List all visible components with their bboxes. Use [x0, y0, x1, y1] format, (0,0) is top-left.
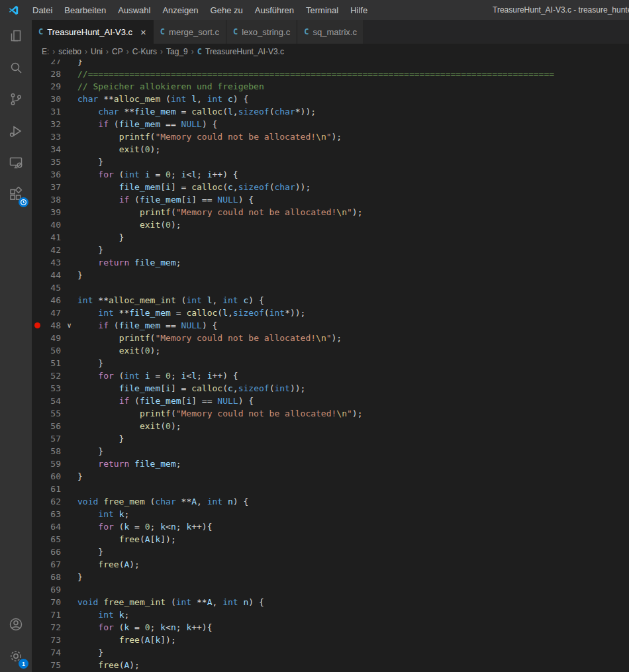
code-line-65[interactable]: 65 free(A[k]); — [32, 533, 629, 546]
code-line-38[interactable]: 38 if (file_mem[i] == NULL) { — [32, 193, 629, 206]
tab-merge-sort-c[interactable]: Cmerge_sort.c — [154, 20, 226, 44]
code-line-71[interactable]: 71 int k; — [32, 608, 629, 621]
code-editor[interactable]: 27}28//=================================… — [32, 60, 629, 672]
code-line-30[interactable]: 30char **alloc_mem (int l, int c) { — [32, 93, 629, 105]
code-line-34[interactable]: 34 exit(0); — [32, 143, 629, 156]
code-line-67[interactable]: 67 free(A); — [32, 558, 629, 571]
chevron-right-icon: › — [126, 47, 129, 56]
line-number: 58 — [42, 446, 61, 456]
code-line-48[interactable]: 48∨ if (file_mem == NULL) { — [32, 319, 629, 332]
line-number: 52 — [42, 371, 61, 381]
tab-label: lexo_string.c — [242, 27, 290, 37]
code-line-46[interactable]: 46int **alloc_mem_int (int l, int c) { — [32, 294, 629, 307]
code-line-39[interactable]: 39 printf("Memory could not be allocated… — [32, 206, 629, 218]
chevron-right-icon: › — [85, 47, 87, 56]
code-text: exit(0); — [77, 220, 181, 230]
tab-lexo-string-c[interactable]: Clexo_string.c — [226, 20, 297, 44]
code-line-70[interactable]: 70void free_mem_int (int **A, int n) { — [32, 596, 629, 608]
code-line-33[interactable]: 33 printf("Memory could not be allocated… — [32, 130, 629, 143]
gutter-breakpoint-area[interactable] — [32, 322, 42, 328]
code-line-44[interactable]: 44} — [32, 269, 629, 281]
code-line-64[interactable]: 64 for (k = 0; k<n; k++){ — [32, 520, 629, 533]
breadcrumb-item-uni[interactable]: Uni — [91, 47, 103, 56]
code-text: for (int i = 0; i<l; i++) { — [77, 169, 238, 179]
remote-explorer-icon[interactable] — [0, 147, 32, 179]
line-number: 28 — [42, 69, 61, 79]
menu-bearbeiten[interactable]: Bearbeiten — [58, 0, 112, 20]
menu-auswahl[interactable]: Auswahl — [112, 0, 156, 20]
code-line-69[interactable]: 69 — [32, 583, 629, 596]
breadcrumb-item-tag-9[interactable]: Tag_9 — [166, 47, 188, 56]
breadcrumb-item-c-kurs[interactable]: C-Kurs — [132, 47, 157, 56]
main-area: 1 CTreasureHunt_AI-V3.c×Cmerge_sort.cCle… — [0, 20, 629, 672]
code-line-52[interactable]: 52 for (int i = 0; i<l; i++) { — [32, 369, 629, 382]
code-line-73[interactable]: 73 free(A[k]); — [32, 634, 629, 646]
explorer-icon[interactable] — [0, 20, 32, 52]
breadcrumb-item-cp[interactable]: CP — [112, 47, 123, 56]
code-line-45[interactable]: 45 — [32, 281, 629, 294]
code-text: free(A[k]); — [77, 534, 176, 544]
tab-label: merge_sort.c — [169, 27, 219, 37]
code-line-28[interactable]: 28//====================================… — [32, 68, 629, 80]
line-number: 50 — [42, 346, 61, 356]
code-line-35[interactable]: 35 } — [32, 156, 629, 168]
tab-treasurehunt-ai-v3-c[interactable]: CTreasureHunt_AI-V3.c× — [32, 20, 154, 44]
code-line-27[interactable]: 27} — [32, 60, 629, 68]
code-line-63[interactable]: 63 int k; — [32, 508, 629, 520]
code-text: free(A[k]); — [77, 635, 176, 645]
code-line-43[interactable]: 43 return file_mem; — [32, 256, 629, 269]
code-line-60[interactable]: 60} — [32, 470, 629, 483]
code-line-66[interactable]: 66 } — [32, 546, 629, 558]
code-line-72[interactable]: 72 for (k = 0; k<n; k++){ — [32, 621, 629, 634]
code-line-47[interactable]: 47 int **file_mem = calloc(l,sizeof(int*… — [32, 307, 629, 319]
extensions-icon[interactable] — [0, 179, 32, 211]
line-number: 38 — [42, 195, 61, 205]
code-line-59[interactable]: 59 return file_mem; — [32, 457, 629, 470]
code-line-40[interactable]: 40 exit(0); — [32, 218, 629, 231]
code-line-62[interactable]: 62void free_mem (char **A, int n) { — [32, 495, 629, 508]
chevron-down-icon[interactable]: ∨ — [61, 321, 77, 330]
breakpoint-dot[interactable] — [34, 322, 40, 328]
settings-gear-icon[interactable]: 1 — [0, 640, 32, 672]
menu-hilfe[interactable]: Hilfe — [344, 0, 373, 20]
code-line-55[interactable]: 55 printf("Memory could not be allocated… — [32, 407, 629, 420]
code-line-41[interactable]: 41 } — [32, 231, 629, 244]
tab-sq-matrix-c[interactable]: Csq_matrix.c — [297, 20, 364, 44]
menu-ausf-hren[interactable]: Ausführen — [249, 0, 300, 20]
accounts-icon[interactable] — [0, 608, 32, 640]
menu-anzeigen[interactable]: Anzeigen — [156, 0, 204, 20]
code-line-56[interactable]: 56 exit(0); — [32, 420, 629, 432]
code-line-51[interactable]: 51 } — [32, 357, 629, 369]
search-icon[interactable] — [0, 52, 32, 83]
code-line-61[interactable]: 61 — [32, 483, 629, 495]
breadcrumb-item-file[interactable]: TreasureHunt_AI-V3.c — [205, 47, 284, 56]
code-line-29[interactable]: 29// Speicher allokieren und freigeben — [32, 80, 629, 93]
code-line-57[interactable]: 57 } — [32, 432, 629, 445]
code-line-58[interactable]: 58 } — [32, 445, 629, 457]
line-number: 75 — [42, 660, 61, 670]
menu-datei[interactable]: Datei — [26, 0, 58, 20]
code-line-32[interactable]: 32 if (file_mem == NULL) { — [32, 118, 629, 130]
code-line-50[interactable]: 50 exit(0); — [32, 344, 629, 357]
code-line-53[interactable]: 53 file_mem[i] = calloc(c,sizeof(int)); — [32, 382, 629, 395]
close-icon[interactable]: × — [140, 27, 146, 37]
line-number: 62 — [42, 497, 61, 506]
code-line-31[interactable]: 31 char **file_mem = calloc(l,sizeof(cha… — [32, 105, 629, 118]
breadcrumb-item-sciebo[interactable]: sciebo — [58, 47, 81, 56]
code-line-54[interactable]: 54 if (file_mem[i] == NULL) { — [32, 395, 629, 407]
run-debug-icon[interactable] — [0, 115, 32, 147]
menu-terminal[interactable]: Terminal — [300, 0, 344, 20]
code-line-75[interactable]: 75 free(A); — [32, 659, 629, 671]
code-text: free(A); — [77, 660, 140, 670]
code-line-36[interactable]: 36 for (int i = 0; i<l; i++) { — [32, 168, 629, 181]
code-text: file_mem[i] = calloc(c,sizeof(int)); — [77, 383, 305, 393]
menu-gehe-zu[interactable]: Gehe zu — [205, 0, 249, 20]
code-line-49[interactable]: 49 printf("Memory could not be allocated… — [32, 332, 629, 344]
code-line-68[interactable]: 68} — [32, 571, 629, 583]
code-line-42[interactable]: 42 } — [32, 244, 629, 256]
code-text: char **file_mem = calloc(l,sizeof(char*)… — [77, 107, 316, 117]
source-control-icon[interactable] — [0, 83, 32, 115]
breadcrumb-item-e[interactable]: E: — [42, 47, 49, 56]
code-line-37[interactable]: 37 file_mem[i] = calloc(c,sizeof(char)); — [32, 181, 629, 193]
code-line-74[interactable]: 74 } — [32, 646, 629, 659]
